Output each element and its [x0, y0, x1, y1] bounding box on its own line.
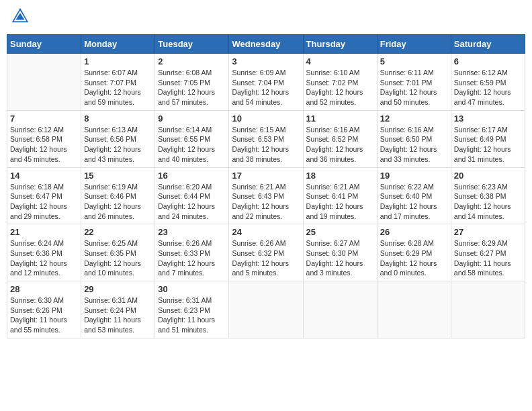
day-number: 14 [10, 171, 78, 181]
day-info: Sunrise: 6:24 AM Sunset: 6:36 PM Dayligh… [10, 238, 78, 278]
calendar-cell [303, 281, 377, 338]
page-header [7, 7, 525, 29]
calendar-cell: 8Sunrise: 6:13 AM Sunset: 6:56 PM Daylig… [81, 110, 155, 167]
calendar-week-row: 7Sunrise: 6:12 AM Sunset: 6:58 PM Daylig… [7, 110, 525, 167]
calendar-cell: 15Sunrise: 6:19 AM Sunset: 6:46 PM Dayli… [81, 167, 155, 224]
day-number: 21 [10, 227, 78, 237]
calendar-cell [7, 54, 81, 111]
day-number: 2 [158, 56, 226, 66]
calendar-cell: 27Sunrise: 6:29 AM Sunset: 6:27 PM Dayli… [451, 224, 525, 281]
day-number: 7 [10, 113, 78, 124]
calendar-header-row: SundayMondayTuesdayWednesdayThursdayFrid… [7, 35, 525, 54]
calendar-cell: 7Sunrise: 6:12 AM Sunset: 6:58 PM Daylig… [7, 110, 81, 167]
day-info: Sunrise: 6:25 AM Sunset: 6:35 PM Dayligh… [84, 238, 152, 278]
day-info: Sunrise: 6:31 AM Sunset: 6:24 PM Dayligh… [84, 295, 152, 335]
calendar-cell: 10Sunrise: 6:15 AM Sunset: 6:53 PM Dayli… [229, 110, 303, 167]
calendar-day-header: Monday [81, 35, 155, 54]
day-info: Sunrise: 6:17 AM Sunset: 6:49 PM Dayligh… [454, 125, 522, 165]
day-number: 18 [306, 171, 374, 181]
day-info: Sunrise: 6:12 AM Sunset: 6:59 PM Dayligh… [454, 68, 522, 107]
day-info: Sunrise: 6:19 AM Sunset: 6:46 PM Dayligh… [84, 182, 152, 222]
day-number: 17 [232, 171, 300, 181]
day-info: Sunrise: 6:07 AM Sunset: 7:07 PM Dayligh… [84, 68, 152, 107]
day-info: Sunrise: 6:09 AM Sunset: 7:04 PM Dayligh… [232, 68, 300, 107]
day-number: 1 [84, 56, 152, 66]
day-info: Sunrise: 6:23 AM Sunset: 6:38 PM Dayligh… [454, 182, 522, 222]
calendar-cell [229, 281, 303, 338]
calendar-cell: 6Sunrise: 6:12 AM Sunset: 6:59 PM Daylig… [451, 54, 525, 111]
day-number: 20 [454, 171, 522, 181]
day-info: Sunrise: 6:26 AM Sunset: 6:32 PM Dayligh… [232, 238, 300, 278]
day-info: Sunrise: 6:29 AM Sunset: 6:27 PM Dayligh… [454, 238, 522, 278]
day-number: 6 [454, 56, 522, 66]
calendar-week-row: 14Sunrise: 6:18 AM Sunset: 6:47 PM Dayli… [7, 167, 525, 224]
day-info: Sunrise: 6:27 AM Sunset: 6:30 PM Dayligh… [306, 238, 374, 278]
calendar-week-row: 21Sunrise: 6:24 AM Sunset: 6:36 PM Dayli… [7, 224, 525, 281]
calendar-cell: 29Sunrise: 6:31 AM Sunset: 6:24 PM Dayli… [81, 281, 155, 338]
calendar-cell: 21Sunrise: 6:24 AM Sunset: 6:36 PM Dayli… [7, 224, 81, 281]
logo [9, 7, 30, 29]
calendar-week-row: 1Sunrise: 6:07 AM Sunset: 7:07 PM Daylig… [7, 54, 525, 111]
day-number: 24 [232, 227, 300, 237]
calendar-cell: 16Sunrise: 6:20 AM Sunset: 6:44 PM Dayli… [155, 167, 229, 224]
day-info: Sunrise: 6:08 AM Sunset: 7:05 PM Dayligh… [158, 68, 226, 107]
day-number: 19 [380, 171, 448, 181]
calendar-cell: 9Sunrise: 6:14 AM Sunset: 6:55 PM Daylig… [155, 110, 229, 167]
day-number: 27 [454, 227, 522, 237]
calendar-week-row: 28Sunrise: 6:30 AM Sunset: 6:26 PM Dayli… [7, 281, 525, 338]
calendar-day-header: Thursday [303, 35, 377, 54]
calendar-cell [451, 281, 525, 338]
calendar-cell: 25Sunrise: 6:27 AM Sunset: 6:30 PM Dayli… [303, 224, 377, 281]
day-number: 29 [84, 284, 152, 294]
calendar-day-header: Friday [377, 35, 451, 54]
day-number: 16 [158, 171, 226, 181]
day-number: 30 [158, 284, 226, 294]
calendar-cell: 14Sunrise: 6:18 AM Sunset: 6:47 PM Dayli… [7, 167, 81, 224]
day-info: Sunrise: 6:22 AM Sunset: 6:40 PM Dayligh… [380, 182, 448, 222]
day-number: 5 [380, 56, 448, 66]
day-info: Sunrise: 6:13 AM Sunset: 6:56 PM Dayligh… [84, 125, 152, 165]
day-info: Sunrise: 6:21 AM Sunset: 6:43 PM Dayligh… [232, 182, 300, 222]
day-info: Sunrise: 6:30 AM Sunset: 6:26 PM Dayligh… [10, 295, 78, 335]
calendar-day-header: Wednesday [229, 35, 303, 54]
day-info: Sunrise: 6:26 AM Sunset: 6:33 PM Dayligh… [158, 238, 226, 278]
day-number: 26 [380, 227, 448, 237]
day-number: 4 [306, 56, 374, 66]
calendar-cell: 18Sunrise: 6:21 AM Sunset: 6:41 PM Dayli… [303, 167, 377, 224]
day-info: Sunrise: 6:10 AM Sunset: 7:02 PM Dayligh… [306, 68, 374, 107]
calendar-cell [377, 281, 451, 338]
calendar-cell: 1Sunrise: 6:07 AM Sunset: 7:07 PM Daylig… [81, 54, 155, 111]
calendar-cell: 26Sunrise: 6:28 AM Sunset: 6:29 PM Dayli… [377, 224, 451, 281]
day-number: 10 [232, 113, 300, 124]
day-info: Sunrise: 6:16 AM Sunset: 6:52 PM Dayligh… [306, 125, 374, 165]
calendar-cell: 5Sunrise: 6:11 AM Sunset: 7:01 PM Daylig… [377, 54, 451, 111]
calendar-cell: 17Sunrise: 6:21 AM Sunset: 6:43 PM Dayli… [229, 167, 303, 224]
day-info: Sunrise: 6:20 AM Sunset: 6:44 PM Dayligh… [158, 182, 226, 222]
day-number: 25 [306, 227, 374, 237]
day-info: Sunrise: 6:12 AM Sunset: 6:58 PM Dayligh… [10, 125, 78, 165]
calendar-cell: 13Sunrise: 6:17 AM Sunset: 6:49 PM Dayli… [451, 110, 525, 167]
day-info: Sunrise: 6:21 AM Sunset: 6:41 PM Dayligh… [306, 182, 374, 222]
calendar-cell: 3Sunrise: 6:09 AM Sunset: 7:04 PM Daylig… [229, 54, 303, 111]
day-info: Sunrise: 6:28 AM Sunset: 6:29 PM Dayligh… [380, 238, 448, 278]
calendar-cell: 12Sunrise: 6:16 AM Sunset: 6:50 PM Dayli… [377, 110, 451, 167]
day-number: 28 [10, 284, 78, 294]
calendar-day-header: Tuesday [155, 35, 229, 54]
calendar-cell: 19Sunrise: 6:22 AM Sunset: 6:40 PM Dayli… [377, 167, 451, 224]
calendar-table: SundayMondayTuesdayWednesdayThursdayFrid… [7, 34, 525, 338]
calendar-cell: 2Sunrise: 6:08 AM Sunset: 7:05 PM Daylig… [155, 54, 229, 111]
logo-icon [11, 7, 30, 26]
day-number: 22 [84, 227, 152, 237]
day-number: 15 [84, 171, 152, 181]
day-info: Sunrise: 6:15 AM Sunset: 6:53 PM Dayligh… [232, 125, 300, 165]
day-number: 11 [306, 113, 374, 124]
day-info: Sunrise: 6:18 AM Sunset: 6:47 PM Dayligh… [10, 182, 78, 222]
calendar-cell: 20Sunrise: 6:23 AM Sunset: 6:38 PM Dayli… [451, 167, 525, 224]
day-number: 9 [158, 113, 226, 124]
calendar-cell: 30Sunrise: 6:31 AM Sunset: 6:23 PM Dayli… [155, 281, 229, 338]
calendar-cell: 22Sunrise: 6:25 AM Sunset: 6:35 PM Dayli… [81, 224, 155, 281]
calendar-day-header: Sunday [7, 35, 81, 54]
calendar-day-header: Saturday [451, 35, 525, 54]
day-number: 8 [84, 113, 152, 124]
day-number: 12 [380, 113, 448, 124]
